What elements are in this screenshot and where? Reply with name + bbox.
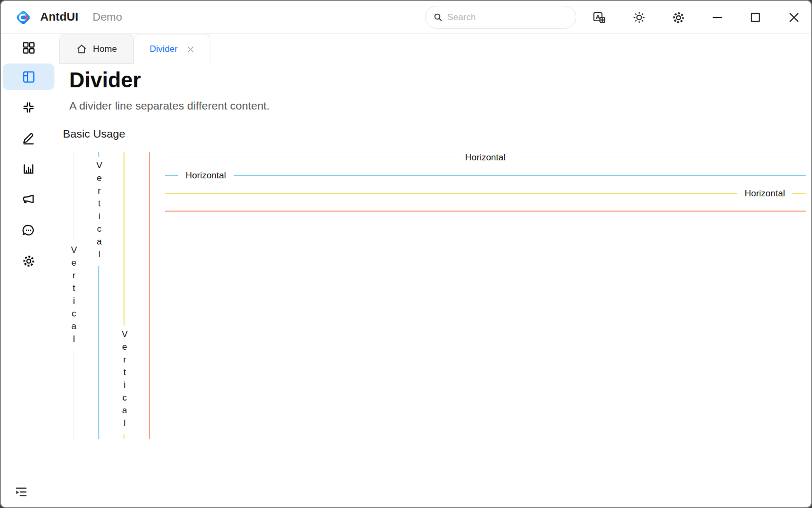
sidebar-item-shrink[interactable] [3, 94, 54, 121]
horizontal-divider-blue: Horizontal [165, 170, 806, 181]
divider-line [73, 152, 74, 241]
divider-label: Horizontal [458, 152, 513, 163]
sidebar-item-edit[interactable] [3, 125, 54, 151]
search-icon [433, 12, 443, 22]
main-content: Divider A divider line separates differe… [56, 64, 810, 506]
dashboard-icon [22, 41, 36, 55]
vertical-divider-salmon [149, 152, 150, 439]
divider-label: Horizontal [178, 170, 234, 181]
divider-line [165, 158, 458, 158]
divider-line [792, 193, 806, 194]
app-title: AntdUI [40, 10, 78, 24]
sidebar [1, 34, 56, 507]
divider-line [513, 158, 806, 158]
close-tab-icon[interactable] [187, 46, 195, 53]
settings-icon [22, 254, 36, 268]
sidebar-item-announce[interactable] [3, 186, 54, 213]
divider-line [98, 266, 99, 439]
home-icon [76, 43, 87, 55]
app-subtitle: Demo [93, 11, 122, 23]
vertical-divider-yellow: Vertical [119, 152, 130, 439]
sidebar-item-chart[interactable] [3, 156, 54, 182]
tab-divider-label: Divider [150, 44, 178, 55]
horizontal-divider-gray: Horizontal [165, 152, 806, 163]
tab-divider[interactable]: Divider [134, 34, 210, 64]
horizontal-divider-yellow: Horizontal [165, 188, 806, 199]
sidebar-item-message[interactable] [3, 217, 54, 243]
divider-line [124, 152, 125, 325]
divider-line [165, 211, 806, 212]
horizontal-divider-salmon [165, 211, 806, 212]
divider-line [98, 152, 99, 157]
divider-label: Horizontal [737, 188, 792, 199]
chart-icon [22, 162, 35, 176]
close-icon[interactable] [782, 7, 806, 28]
settings-icon[interactable] [667, 7, 689, 28]
translate-icon[interactable]: A [588, 7, 610, 28]
layout-icon [22, 70, 36, 84]
minimize-icon[interactable] [705, 7, 730, 28]
sidebar-item-dashboard[interactable] [3, 34, 54, 61]
message-icon [22, 223, 35, 237]
divider-line [234, 175, 806, 176]
divider-label: Vertical [69, 241, 79, 350]
search-box[interactable] [425, 6, 576, 29]
app-window: AntdUI Demo A [0, 0, 812, 508]
theme-light-icon[interactable] [628, 7, 650, 28]
vertical-divider-blue: Vertical [94, 152, 104, 439]
menu-unfold-icon [14, 485, 28, 499]
divider-line [165, 175, 178, 176]
titlebar: AntdUI Demo A [1, 1, 811, 34]
sidebar-item-layout[interactable] [3, 64, 54, 90]
divider-label: Vertical [94, 157, 104, 266]
divider-line [149, 152, 150, 439]
vertical-divider-gray: Vertical [69, 152, 79, 439]
divider-line [165, 193, 737, 194]
maximize-icon[interactable] [743, 7, 768, 28]
page-description: A divider line separates different conte… [69, 99, 270, 112]
shrink-icon [22, 101, 35, 114]
page-title: Divider [69, 68, 141, 92]
sidebar-item-settings[interactable] [3, 248, 54, 274]
edit-icon [22, 131, 35, 145]
tab-home[interactable]: Home [59, 34, 134, 64]
section-title: Basic Usage [63, 128, 125, 140]
tab-home-label: Home [93, 44, 117, 55]
divider-line [73, 350, 74, 440]
sidebar-collapse-toggle[interactable] [13, 484, 30, 501]
search-input[interactable] [447, 12, 564, 23]
divider-label: Vertical [119, 325, 130, 434]
megaphone-icon [22, 193, 35, 206]
tab-bar: Home Divider [56, 34, 811, 64]
antdui-logo-icon [15, 9, 32, 26]
header-divider [62, 122, 810, 122]
divider-line [124, 434, 125, 439]
